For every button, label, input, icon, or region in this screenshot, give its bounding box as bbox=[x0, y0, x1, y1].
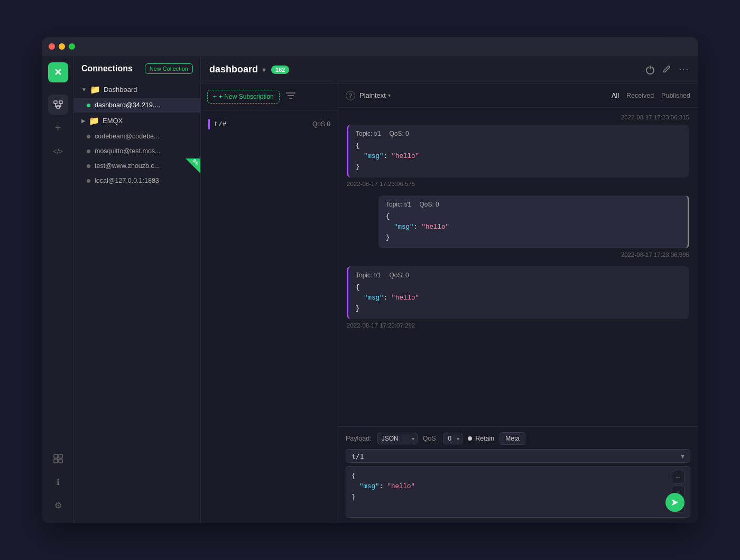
maximize-button[interactable] bbox=[69, 43, 75, 50]
folder-label: EMQX bbox=[103, 117, 123, 125]
edit-button[interactable] bbox=[662, 65, 672, 74]
message-block-3: Topic: t/1 QoS: 0 { "msg": "hello" } 202… bbox=[338, 262, 698, 333]
status-dot-connected bbox=[87, 104, 90, 107]
topic-chevron-icon[interactable]: ▾ bbox=[681, 452, 684, 460]
subscription-qos: QoS 0 bbox=[312, 120, 330, 128]
svg-rect-10 bbox=[59, 459, 62, 463]
subscription-list: t/# QoS 0 bbox=[201, 110, 338, 523]
logo-icon: ✕ bbox=[54, 67, 62, 78]
svg-rect-0 bbox=[54, 101, 57, 104]
message-bubble-received-2[interactable]: Topic: t/1 QoS: 0 { "msg": "hello" } bbox=[347, 266, 689, 319]
folder-emqx[interactable]: ▶ 📁 EMQX bbox=[74, 113, 200, 129]
connection-item-dashboard[interactable]: dashboard@34.219.... bbox=[74, 98, 200, 113]
message-count-badge: 162 bbox=[271, 66, 289, 74]
payload-format-select[interactable]: JSON Plaintext Base64 Hex bbox=[377, 433, 418, 444]
header-actions: ··· bbox=[645, 65, 689, 74]
message-filter-tabs: All Received Published bbox=[612, 91, 690, 100]
main-panel: dashboard ▾ 162 bbox=[201, 56, 698, 523]
connection-label: mosquitto@test.mos... bbox=[95, 147, 161, 155]
connection-item-zhouzb[interactable]: test@www.zhouzb.c... SSL bbox=[74, 158, 200, 173]
template-nav-icon[interactable] bbox=[48, 449, 68, 469]
publish-controls: Payload: JSON Plaintext Base64 Hex QoS: bbox=[346, 432, 690, 445]
minimize-button[interactable] bbox=[59, 43, 65, 50]
new-sub-label: + New Subscription bbox=[219, 93, 274, 100]
info-icon: ℹ bbox=[57, 477, 60, 487]
message-timestamp-1: 2022-08-17 17:23:06:575 bbox=[347, 181, 689, 187]
folder-label: Dashboard bbox=[104, 86, 137, 94]
undo-button[interactable]: ← bbox=[672, 471, 684, 483]
meta-button[interactable]: Meta bbox=[500, 432, 525, 445]
subscription-filter-button[interactable] bbox=[284, 90, 298, 104]
message-meta-2: Topic: t/1 QoS: 0 bbox=[386, 201, 680, 208]
subscription-color-bar bbox=[208, 119, 210, 129]
subscriptions-pane: + + New Subscription bbox=[201, 83, 338, 523]
folder-arrow-icon: ▼ bbox=[81, 87, 87, 92]
connection-item-codebeam[interactable]: codebeam@codebe... bbox=[74, 129, 200, 144]
add-icon: + bbox=[55, 122, 61, 134]
subscription-item-t-hash[interactable]: t/# QoS 0 bbox=[201, 115, 338, 134]
topic-value[interactable]: t/1 bbox=[352, 452, 681, 460]
message-topic: Topic: t/1 bbox=[386, 201, 411, 208]
send-button[interactable] bbox=[665, 493, 684, 512]
payload-label: Payload: bbox=[346, 435, 372, 442]
power-button[interactable] bbox=[645, 65, 655, 74]
format-label: Plaintext bbox=[359, 91, 386, 99]
message-qos: QoS: 0 bbox=[389, 272, 409, 279]
info-nav-icon[interactable]: ℹ bbox=[48, 472, 68, 492]
connections-nav-icon[interactable] bbox=[48, 95, 68, 115]
add-nav-icon[interactable]: + bbox=[48, 118, 68, 138]
svg-rect-1 bbox=[59, 101, 62, 104]
more-options-button[interactable]: ··· bbox=[679, 65, 689, 74]
close-button[interactable] bbox=[49, 43, 55, 50]
messages-header: ? Plaintext ▾ All Received Published bbox=[338, 83, 698, 108]
code-icon: </> bbox=[53, 147, 63, 155]
qos-label: QoS: bbox=[423, 435, 438, 442]
ellipsis-icon: ··· bbox=[679, 65, 689, 74]
topic-input-row: t/1 ▾ bbox=[346, 449, 690, 463]
tab-all[interactable]: All bbox=[612, 91, 619, 100]
retain-label: Retain bbox=[475, 435, 494, 442]
code-nav-icon[interactable]: </> bbox=[48, 141, 68, 161]
dropdown-arrow-icon[interactable]: ▾ bbox=[262, 66, 266, 74]
qos-select[interactable]: 0 1 2 bbox=[443, 433, 462, 444]
messages-list: 2022-08-17 17:23:06:315 Topic: t/1 QoS: … bbox=[338, 108, 698, 426]
plus-icon: + bbox=[213, 93, 217, 100]
folder-arrow-icon: ▶ bbox=[81, 118, 86, 124]
connection-label: test@www.zhouzb.c... bbox=[95, 162, 160, 170]
tab-published[interactable]: Published bbox=[661, 91, 690, 100]
help-icon[interactable]: ? bbox=[346, 91, 355, 100]
folder-dashboard[interactable]: ▼ 📁 Dashboard bbox=[74, 81, 200, 98]
gear-icon: ⚙ bbox=[54, 500, 62, 510]
message-qos: QoS: 0 bbox=[419, 201, 439, 208]
tab-received[interactable]: Received bbox=[626, 91, 654, 100]
message-qos: QoS: 0 bbox=[389, 130, 409, 137]
format-dropdown-icon: ▾ bbox=[388, 92, 391, 98]
folder-icon: 📁 bbox=[89, 116, 99, 126]
message-timestamp-3: 2022-08-17 17:23:07:292 bbox=[347, 322, 689, 329]
connection-item-mosquitto[interactable]: mosquitto@test.mos... bbox=[74, 144, 200, 158]
settings-nav-icon[interactable]: ⚙ bbox=[48, 495, 68, 515]
connection-item-local[interactable]: local@127.0.0.1:1883 bbox=[74, 173, 200, 188]
svg-rect-7 bbox=[54, 454, 58, 458]
connection-label: local@127.0.0.1:1883 bbox=[95, 177, 159, 184]
status-dot-disconnected bbox=[87, 164, 90, 168]
connections-list: ▼ 📁 Dashboard dashboard@34.219.... ▶ 📁 E… bbox=[74, 79, 200, 523]
app-window: ✕ + </> bbox=[42, 37, 698, 523]
payload-content[interactable]: { "msg": "hello" } bbox=[352, 471, 668, 502]
message-meta-3: Topic: t/1 QoS: 0 bbox=[356, 272, 682, 279]
new-subscription-button[interactable]: + + New Subscription bbox=[207, 90, 280, 104]
message-timestamp-top: 2022-08-17 17:23:06:315 bbox=[338, 112, 698, 120]
format-select[interactable]: Plaintext ▾ bbox=[359, 91, 391, 99]
message-bubble-published-1[interactable]: Topic: t/1 QoS: 0 { "msg": "hello" } bbox=[378, 195, 689, 248]
message-block-1: Topic: t/1 QoS: 0 { "msg": "hello" } 202… bbox=[338, 120, 698, 191]
message-body-1: { "msg": "hello" } bbox=[356, 141, 682, 172]
message-topic: Topic: t/1 bbox=[356, 130, 381, 137]
message-meta-1: Topic: t/1 QoS: 0 bbox=[356, 130, 682, 137]
new-collection-button[interactable]: New Collection bbox=[145, 63, 193, 74]
app-logo[interactable]: ✕ bbox=[48, 62, 68, 82]
retain-toggle[interactable]: Retain bbox=[468, 435, 494, 442]
svg-rect-8 bbox=[59, 454, 62, 458]
svg-rect-9 bbox=[54, 459, 58, 463]
connection-name: dashboard bbox=[209, 64, 258, 75]
message-bubble-received-1[interactable]: Topic: t/1 QoS: 0 { "msg": "hello" } bbox=[347, 125, 689, 178]
